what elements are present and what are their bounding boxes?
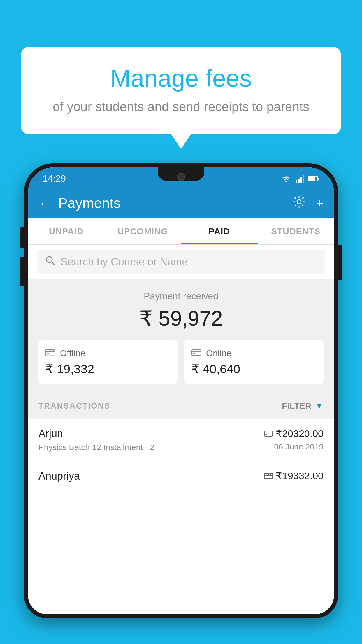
transaction-item[interactable]: Anupriya ₹19332.0 xyxy=(28,461,334,494)
status-icons xyxy=(281,175,319,183)
header-left: ← Payments xyxy=(38,195,120,211)
transaction-name: Anupriya xyxy=(38,470,80,482)
svg-rect-20 xyxy=(264,473,273,479)
tab-students[interactable]: STUDENTS xyxy=(258,218,334,244)
transaction-date: 06 June 2019 xyxy=(264,442,324,452)
transaction-list: Arjun Physics Batch 12 Installment - 2 xyxy=(28,419,334,614)
offline-payment-card: Offline ₹ 19,332 xyxy=(38,340,178,384)
transaction-method-icon xyxy=(264,428,273,439)
svg-point-8 xyxy=(297,200,301,204)
payment-cards: Offline ₹ 19,332 xyxy=(38,340,324,384)
transaction-item[interactable]: Arjun Physics Batch 12 Installment - 2 xyxy=(28,419,334,461)
payment-received-label: Payment received xyxy=(38,291,324,302)
svg-rect-19 xyxy=(265,434,267,435)
svg-rect-4 xyxy=(303,175,304,183)
transaction-left: Arjun Physics Batch 12 Installment - 2 xyxy=(38,428,154,452)
bubble-title: Manage fees xyxy=(44,64,318,92)
header-right: + xyxy=(293,195,324,211)
online-label: Online xyxy=(206,348,231,358)
svg-line-10 xyxy=(52,262,55,265)
online-amount: ₹ 40,640 xyxy=(191,362,317,376)
offline-card-header: Offline xyxy=(45,348,171,358)
signal-icon xyxy=(296,175,304,183)
transaction-name: Arjun xyxy=(38,428,154,440)
transactions-label: TRANSACTIONS xyxy=(38,401,110,411)
filter-section[interactable]: FILTER ▼ xyxy=(282,401,324,411)
offline-amount: ₹ 19,332 xyxy=(45,362,171,376)
transactions-header: TRANSACTIONS FILTER ▼ xyxy=(28,393,334,419)
filter-label: FILTER xyxy=(282,401,312,411)
battery-icon xyxy=(308,176,319,182)
tab-paid[interactable]: PAID xyxy=(181,218,258,244)
search-bar[interactable]: Search by Course or Name xyxy=(37,250,325,274)
svg-rect-3 xyxy=(300,177,302,183)
add-button[interactable]: + xyxy=(316,196,324,211)
transaction-amount: ₹19332.00 xyxy=(264,470,324,482)
back-button[interactable]: ← xyxy=(38,196,51,211)
svg-rect-7 xyxy=(309,177,315,181)
payment-total-amount: ₹ 59,972 xyxy=(38,306,324,331)
app-header: ← Payments + xyxy=(28,188,334,218)
phone-screen: 14:29 xyxy=(28,167,334,614)
power-button xyxy=(338,245,342,280)
svg-rect-13 xyxy=(47,353,49,354)
header-title: Payments xyxy=(58,195,120,211)
svg-rect-2 xyxy=(298,179,300,183)
filter-icon: ▼ xyxy=(315,401,324,411)
search-icon xyxy=(45,255,55,268)
online-icon xyxy=(191,348,201,358)
transaction-left: Anupriya xyxy=(38,470,80,485)
transaction-description: Physics Batch 12 Installment - 2 xyxy=(38,443,154,452)
online-card-header: Online xyxy=(191,348,317,358)
settings-icon[interactable] xyxy=(293,195,305,211)
tab-upcoming[interactable]: UPCOMING xyxy=(105,218,181,244)
phone-notch xyxy=(158,167,204,181)
transaction-right: ₹20320.00 06 June 2019 xyxy=(264,428,324,452)
transaction-right: ₹19332.00 xyxy=(264,470,324,484)
phone-camera xyxy=(177,173,185,181)
svg-rect-6 xyxy=(318,178,319,180)
svg-rect-17 xyxy=(264,431,273,436)
phone-mockup: 14:29 xyxy=(24,163,338,644)
svg-rect-16 xyxy=(193,353,195,354)
search-container: Search by Course or Name xyxy=(28,245,334,279)
tab-unpaid[interactable]: UNPAID xyxy=(28,218,105,244)
vol-down-button xyxy=(20,257,24,286)
payment-summary: Payment received ₹ 59,972 xyxy=(28,279,334,393)
offline-icon xyxy=(45,348,55,358)
offline-label: Offline xyxy=(60,348,85,358)
search-placeholder: Search by Course or Name xyxy=(61,256,188,268)
wifi-icon xyxy=(281,175,291,183)
status-time: 14:29 xyxy=(43,173,66,184)
online-payment-card: Online ₹ 40,640 xyxy=(184,340,324,384)
bubble-subtitle: of your students and send receipts to pa… xyxy=(44,99,318,114)
svg-rect-14 xyxy=(192,350,201,356)
transaction-amount: ₹20320.00 xyxy=(264,428,324,439)
transaction-method-icon xyxy=(264,470,273,482)
svg-point-0 xyxy=(285,181,287,182)
speech-bubble: Manage fees of your students and send re… xyxy=(21,47,341,134)
svg-rect-1 xyxy=(296,180,297,183)
tabs-container: UNPAID UPCOMING PAID STUDENTS xyxy=(28,218,334,245)
vol-up-button xyxy=(20,228,24,248)
